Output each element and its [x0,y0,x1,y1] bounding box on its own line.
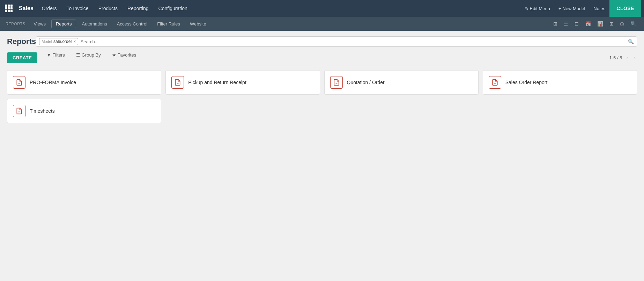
second-nav-access-control[interactable]: Access Control [113,20,151,28]
star-icon: ★ [112,52,116,58]
page-title: Reports [7,37,36,46]
top-nav-right: ✎ Edit Menu + New Model Notes [522,5,608,13]
second-nav-breadcrumb: REPORTS [6,22,25,26]
second-nav-views[interactable]: Views [29,20,50,28]
search-tag-remove[interactable]: × [73,39,76,44]
search-tag-label: Model [42,39,52,44]
reports-grid-row2: Timesheets [7,99,637,123]
filters-button[interactable]: ▼ Filters [44,51,67,59]
pagination-count: 1-5 / 5 [609,55,622,60]
favorites-button[interactable]: ★ Favorites [109,51,139,59]
report-card-3[interactable]: Quotation / Order [324,70,479,95]
view-clock-icon[interactable]: ◷ [618,20,626,28]
close-button[interactable]: CLOSE [609,0,641,17]
view-grid-icon[interactable]: ⊞ [607,20,616,28]
view-kanban-icon[interactable]: ⊞ [551,20,560,28]
search-input[interactable] [80,39,626,44]
brand-name[interactable]: Sales [16,5,36,12]
second-nav-website[interactable]: Website [186,20,210,28]
second-nav-filter-rules[interactable]: Filter Rules [153,20,184,28]
pdf-icon-2 [171,76,184,89]
nav-orders[interactable]: Orders [38,4,61,13]
search-model-tag[interactable]: Model sale.order × [39,38,78,45]
top-nav-menu: Orders To Invoice Products Reporting Con… [38,4,520,13]
report-card-2[interactable]: Pickup and Return Receipt [165,70,320,95]
edit-menu-btn[interactable]: ✎ Edit Menu [522,5,553,13]
reports-grid-row1: PRO-FORMA Invoice Pickup and Return Rece… [7,70,637,95]
nav-products[interactable]: Products [94,4,122,13]
search-submit-icon[interactable]: 🔍 [628,39,634,44]
action-toolbar: CREATE ▼ Filters ☰ Group By ★ Favorites … [7,51,637,65]
pagination: 1-5 / 5 ‹ › [609,54,637,62]
new-model-btn[interactable]: + New Model [556,5,588,13]
group-by-button[interactable]: ☰ Group By [73,51,104,59]
filters-label: Filters [52,52,65,58]
view-pivot-icon[interactable]: ⊟ [572,20,581,28]
report-name-1: PRO-FORMA Invoice [30,80,76,85]
notes-btn[interactable]: Notes [591,5,608,13]
filter-icon: ▼ [46,52,51,58]
group-by-icon: ☰ [76,52,80,58]
view-calendar-icon[interactable]: 📅 [583,20,593,28]
report-name-5: Timesheets [30,108,55,114]
second-nav-reports[interactable]: Reports [51,20,76,28]
filter-toolbar: ▼ Filters ☰ Group By ★ Favorites [43,51,139,59]
report-name-2: Pickup and Return Receipt [188,80,246,85]
pdf-icon-5 [13,105,25,117]
view-search-icon[interactable]: 🔍 [628,20,638,28]
search-tag-value: sale.order [53,39,72,44]
second-nav: REPORTS Views Reports Automations Access… [0,17,644,31]
view-graph-icon[interactable]: 📊 [595,20,605,28]
nav-reporting[interactable]: Reporting [123,4,153,13]
pdf-icon-3 [330,76,343,89]
main-content: Reports Model sale.order × 🔍 CREATE ▼ Fi… [0,31,644,281]
report-name-3: Quotation / Order [347,80,385,85]
second-nav-view-icons: ⊞ ☰ ⊟ 📅 📊 ⊞ ◷ 🔍 [551,20,638,28]
group-by-label: Group By [82,52,101,58]
top-nav: Sales Orders To Invoice Products Reporti… [0,0,644,17]
second-nav-automations[interactable]: Automations [77,20,111,28]
search-bar[interactable]: Model sale.order × 🔍 [36,36,637,47]
create-button[interactable]: CREATE [7,52,37,63]
view-list-icon[interactable]: ☰ [562,20,570,28]
favorites-label: Favorites [118,52,136,58]
report-card-4[interactable]: Sales Order Report [483,70,637,95]
nav-configuration[interactable]: Configuration [154,4,192,13]
report-card-1[interactable]: PRO-FORMA Invoice [7,70,161,95]
nav-to-invoice[interactable]: To Invoice [62,4,93,13]
apps-icon[interactable] [3,2,15,14]
pdf-icon-1 [13,76,25,89]
pagination-prev[interactable]: ‹ [625,54,629,62]
page-header: Reports Model sale.order × 🔍 [7,36,637,47]
pagination-next[interactable]: › [632,54,637,62]
report-name-4: Sales Order Report [505,80,548,85]
report-card-5[interactable]: Timesheets [7,99,161,123]
pdf-icon-4 [489,76,501,89]
